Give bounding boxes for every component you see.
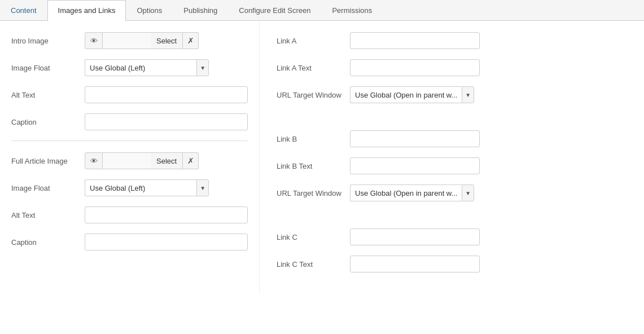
close-icon: ✗ bbox=[187, 156, 194, 165]
intro-image-float-row: Image Float Use Global (Left) Left Right… bbox=[11, 59, 248, 76]
url-target-window-2-row: URL Target Window Use Global (Open in pa… bbox=[277, 184, 627, 201]
link-b-text-label: Link B Text bbox=[277, 162, 350, 170]
link-c-input[interactable] bbox=[350, 228, 480, 245]
section-divider bbox=[11, 140, 248, 141]
tab-bar: Content Images and Links Options Publish… bbox=[0, 0, 644, 21]
intro-caption-row: Caption bbox=[11, 113, 248, 130]
tab-configure-edit-screen[interactable]: Configure Edit Screen bbox=[228, 0, 321, 20]
link-a-label: Link A bbox=[277, 37, 350, 45]
intro-image-float-dropdown-button[interactable]: ▼ bbox=[196, 59, 209, 76]
link-b-text-input[interactable] bbox=[350, 157, 480, 174]
tab-publishing[interactable]: Publishing bbox=[173, 0, 228, 20]
close-icon: ✗ bbox=[187, 36, 194, 45]
url-target-window-2-label: URL Target Window bbox=[277, 189, 350, 197]
full-article-image-preview bbox=[103, 152, 151, 169]
chevron-down-icon: ▼ bbox=[200, 65, 205, 71]
link-b-label: Link B bbox=[277, 135, 350, 143]
full-article-caption-input[interactable] bbox=[85, 234, 248, 250]
link-c-text-input[interactable] bbox=[350, 256, 480, 273]
url-target-window-2-select-wrap: Use Global (Open in parent w... Open in … bbox=[350, 184, 474, 201]
intro-image-clear-button[interactable]: ✗ bbox=[183, 32, 199, 49]
intro-image-float-select[interactable]: Use Global (Left) Left Right None bbox=[85, 59, 196, 76]
full-article-caption-row: Caption bbox=[11, 234, 248, 250]
full-article-caption-label: Caption bbox=[11, 238, 85, 247]
intro-image-picker: 👁 Select ✗ bbox=[85, 32, 248, 49]
full-article-image-clear-button[interactable]: ✗ bbox=[183, 152, 199, 169]
link-a-row: Link A bbox=[277, 32, 627, 49]
link-a-input[interactable] bbox=[350, 32, 480, 49]
url-target-window-2-dropdown-button[interactable]: ▼ bbox=[462, 184, 474, 201]
section-spacer-2 bbox=[277, 212, 627, 228]
main-content: Intro Image 👁 Select ✗ Image Float bbox=[0, 21, 644, 294]
intro-alt-text-label: Alt Text bbox=[11, 91, 85, 99]
link-b-row: Link B bbox=[277, 130, 627, 147]
full-article-image-float-select-wrap: Use Global (Left) Left Right None ▼ bbox=[85, 179, 209, 196]
link-c-text-row: Link C Text bbox=[277, 256, 627, 273]
full-article-image-eye-button[interactable]: 👁 bbox=[85, 152, 103, 169]
intro-image-float-label: Image Float bbox=[11, 64, 85, 72]
chevron-down-icon: ▼ bbox=[465, 92, 471, 98]
url-target-window-1-select[interactable]: Use Global (Open in parent w... Open in … bbox=[350, 86, 462, 103]
intro-image-preview bbox=[103, 32, 151, 49]
intro-image-eye-button[interactable]: 👁 bbox=[85, 32, 103, 49]
full-article-image-float-label: Image Float bbox=[11, 184, 85, 192]
tab-images-and-links[interactable]: Images and Links bbox=[47, 0, 126, 21]
url-target-window-2-select[interactable]: Use Global (Open in parent w... Open in … bbox=[350, 184, 462, 201]
intro-image-float-select-wrap: Use Global (Left) Left Right None ▼ bbox=[85, 59, 209, 76]
eye-icon: 👁 bbox=[90, 37, 98, 45]
link-a-text-row: Link A Text bbox=[277, 59, 627, 76]
tab-content[interactable]: Content bbox=[0, 0, 47, 20]
full-article-alt-text-input[interactable] bbox=[85, 206, 248, 223]
left-panel: Intro Image 👁 Select ✗ Image Float bbox=[0, 21, 260, 294]
chevron-down-icon: ▼ bbox=[465, 190, 471, 196]
url-target-window-1-select-wrap: Use Global (Open in parent w... Open in … bbox=[350, 86, 474, 103]
full-article-image-float-row: Image Float Use Global (Left) Left Right… bbox=[11, 179, 248, 196]
full-article-image-picker: 👁 Select ✗ bbox=[85, 152, 248, 169]
section-spacer-1 bbox=[277, 113, 627, 130]
full-article-image-float-dropdown-button[interactable]: ▼ bbox=[196, 179, 209, 196]
url-target-window-1-label: URL Target Window bbox=[277, 91, 350, 99]
full-article-image-float-select[interactable]: Use Global (Left) Left Right None bbox=[85, 179, 196, 196]
intro-image-row: Intro Image 👁 Select ✗ bbox=[11, 32, 248, 49]
intro-alt-text-row: Alt Text bbox=[11, 86, 248, 103]
link-c-row: Link C bbox=[277, 228, 627, 245]
tab-permissions[interactable]: Permissions bbox=[321, 0, 383, 20]
eye-icon: 👁 bbox=[90, 157, 98, 165]
right-panel: Link A Link A Text URL Target Window Use… bbox=[260, 21, 644, 294]
full-article-alt-text-row: Alt Text bbox=[11, 206, 248, 223]
intro-caption-label: Caption bbox=[11, 118, 85, 126]
intro-caption-input[interactable] bbox=[85, 113, 248, 130]
intro-alt-text-input[interactable] bbox=[85, 86, 248, 103]
link-c-label: Link C bbox=[277, 233, 350, 241]
full-article-image-select-button[interactable]: Select bbox=[151, 152, 183, 169]
link-a-text-input[interactable] bbox=[350, 59, 480, 76]
url-target-window-1-row: URL Target Window Use Global (Open in pa… bbox=[277, 86, 627, 103]
full-article-image-row: Full Article Image 👁 Select ✗ bbox=[11, 152, 248, 169]
chevron-down-icon: ▼ bbox=[200, 185, 205, 191]
link-a-text-label: Link A Text bbox=[277, 64, 350, 72]
full-article-image-label: Full Article Image bbox=[11, 157, 85, 165]
intro-image-label: Intro Image bbox=[11, 37, 85, 45]
link-c-text-label: Link C Text bbox=[277, 260, 350, 269]
intro-image-select-button[interactable]: Select bbox=[151, 32, 183, 49]
url-target-window-1-dropdown-button[interactable]: ▼ bbox=[462, 86, 474, 103]
link-b-text-row: Link B Text bbox=[277, 157, 627, 174]
tab-options[interactable]: Options bbox=[126, 0, 173, 20]
link-b-input[interactable] bbox=[350, 130, 480, 147]
full-article-alt-text-label: Alt Text bbox=[11, 211, 85, 219]
